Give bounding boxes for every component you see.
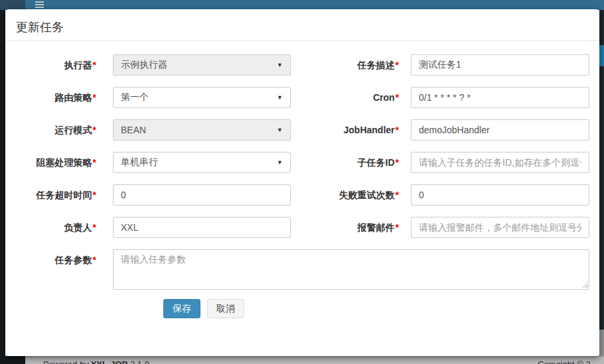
required-asterisk: * <box>396 157 399 168</box>
dimmed-button-fragment <box>599 45 604 66</box>
job-param-textarea[interactable] <box>113 249 589 290</box>
chevron-down-icon: ▼ <box>277 127 283 133</box>
modal-title: 更新任务 <box>16 19 589 35</box>
required-asterisk: * <box>93 60 96 70</box>
field-label-alarm-email: 报警邮件* <box>291 217 399 238</box>
required-asterisk: * <box>93 255 96 265</box>
footer-copyright: Copyright © 2 <box>538 359 591 364</box>
field-label-executor: 执行器* <box>5 54 96 76</box>
required-asterisk: * <box>93 222 96 233</box>
form-row: 任务参数* <box>5 249 599 271</box>
required-asterisk: * <box>396 125 399 135</box>
form-row: 任务超时时间* 失败重试次数* <box>5 184 599 206</box>
update-task-modal: 更新任务 执行器* 示例执行器▼ 任务描述* 路由策略* 第一个▼ Cron* … <box>5 9 599 356</box>
field-label-timeout: 任务超时时间* <box>5 184 96 206</box>
field-label-child-jobid: 子任务ID* <box>291 152 399 173</box>
field-label-job-desc: 任务描述* <box>291 54 399 76</box>
job-desc-input[interactable] <box>411 54 589 76</box>
modal-body: 执行器* 示例执行器▼ 任务描述* 路由策略* 第一个▼ Cron* 运行模式*… <box>5 41 599 318</box>
footer-brand: XXL-JOB <box>91 359 128 364</box>
required-asterisk: * <box>396 92 399 103</box>
dimmed-sidebar-corner <box>0 356 25 364</box>
page: Powered byXXL-JOB2.1.0 Copyright © 2 更新任… <box>0 0 604 364</box>
author-input[interactable] <box>113 217 291 238</box>
footer-version: 2.1.0 <box>130 359 149 364</box>
form-row: 运行模式* BEAN▼ JobHandler* <box>5 119 599 141</box>
form-row: 阻塞处理策略* 单机串行▼ 子任务ID* <box>5 152 599 173</box>
dimmed-panel-fragment <box>599 330 604 356</box>
required-asterisk: * <box>93 157 96 168</box>
hamburger-menu-icon[interactable] <box>35 1 44 9</box>
chevron-down-icon: ▼ <box>277 159 283 166</box>
fail-retry-input[interactable] <box>411 184 589 206</box>
alarm-email-input[interactable] <box>411 217 589 238</box>
cancel-button[interactable]: 取消 <box>207 299 244 318</box>
top-navbar <box>0 0 604 10</box>
field-label-block-strategy: 阻塞处理策略* <box>5 152 96 173</box>
required-asterisk: * <box>93 125 96 135</box>
jobhandler-input[interactable] <box>411 119 589 141</box>
modal-header: 更新任务 <box>5 9 599 41</box>
timeout-input[interactable] <box>113 184 291 206</box>
executor-select[interactable]: 示例执行器▼ <box>113 54 291 76</box>
field-label-route-strategy: 路由策略* <box>5 87 96 108</box>
footer-powered-by: Powered by <box>43 359 89 364</box>
required-asterisk: * <box>396 190 399 200</box>
field-label-fail-retry: 失败重试次数* <box>291 184 399 206</box>
required-asterisk: * <box>396 60 399 70</box>
modal-actions: 保存 取消 <box>163 299 599 318</box>
form-row: 路由策略* 第一个▼ Cron* <box>5 87 599 108</box>
field-label-author: 负责人* <box>5 217 96 238</box>
field-label-job-param: 任务参数* <box>5 249 96 271</box>
save-button[interactable]: 保存 <box>163 299 200 318</box>
form-row: 执行器* 示例执行器▼ 任务描述* <box>5 54 599 76</box>
child-jobid-input[interactable] <box>411 152 589 173</box>
required-asterisk: * <box>396 222 399 233</box>
glue-type-select[interactable]: BEAN▼ <box>113 119 291 141</box>
field-label-jobhandler: JobHandler* <box>291 119 399 141</box>
form-row: 负责人* 报警邮件* <box>5 217 599 238</box>
dimmed-sidebar-edge <box>0 10 5 356</box>
block-strategy-select[interactable]: 单机串行▼ <box>113 152 291 173</box>
page-footer: Powered byXXL-JOB2.1.0 Copyright © 2 <box>0 356 604 364</box>
cron-input[interactable] <box>411 87 589 108</box>
required-asterisk: * <box>93 92 96 103</box>
field-label-cron: Cron* <box>291 87 399 108</box>
field-label-glue-type: 运行模式* <box>5 119 96 141</box>
chevron-down-icon: ▼ <box>277 94 283 101</box>
route-strategy-select[interactable]: 第一个▼ <box>113 87 291 108</box>
required-asterisk: * <box>93 190 96 200</box>
dimmed-page-edge <box>599 10 604 356</box>
navbar-logo-area <box>0 0 25 10</box>
chevron-down-icon: ▼ <box>277 62 283 68</box>
